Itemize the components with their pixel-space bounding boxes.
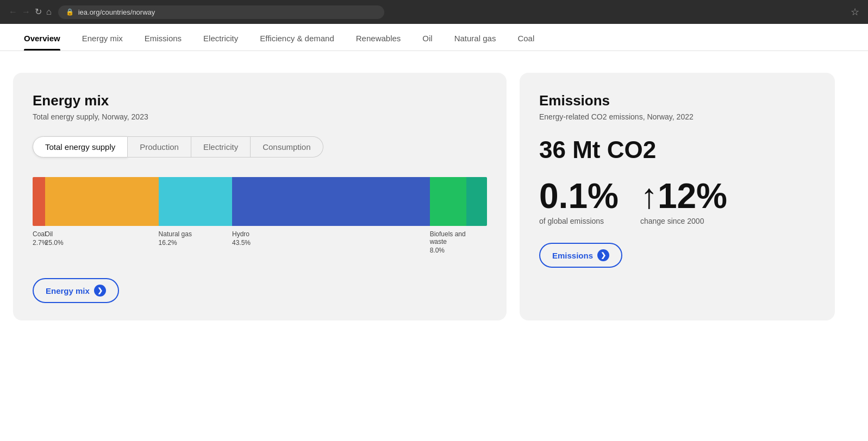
bookmark-button[interactable]: ☆ xyxy=(851,6,859,18)
tab-oil[interactable]: Oil xyxy=(411,24,443,51)
emissions-global-pct-label: of global emissions xyxy=(539,217,619,225)
energy-mix-subtitle: Total energy supply, Norway, 2023 xyxy=(33,112,487,121)
browser-nav-buttons: ← → ↻ ⌂ xyxy=(9,8,52,16)
energy-mix-link-label: Energy mix xyxy=(46,286,90,295)
bar-label-oil: Oil25.0% xyxy=(45,230,159,254)
bar-label-biofuels: Biofuels and waste8.0% xyxy=(430,230,466,254)
emissions-subtitle: Energy-related CO2 emissions, Norway, 20… xyxy=(539,112,815,121)
lock-icon: 🔒 xyxy=(66,8,74,16)
emissions-card: Emissions Energy-related CO2 emissions, … xyxy=(520,73,835,320)
emissions-change: ↑12% xyxy=(640,179,727,213)
emissions-change-stat: ↑12% change since 2000 xyxy=(640,179,727,225)
emissions-link-label: Emissions xyxy=(552,251,593,260)
tab-coal[interactable]: Coal xyxy=(507,24,545,51)
bar-segment-natural-gas xyxy=(159,177,232,226)
tab-emissions[interactable]: Emissions xyxy=(134,24,192,51)
main-content: Energy mix Total energy supply, Norway, … xyxy=(0,51,848,342)
emissions-stats: 0.1% of global emissions ↑12% change sin… xyxy=(539,179,815,225)
browser-chrome: ← → ↻ ⌂ 🔒 iea.org/countries/norway ☆ xyxy=(0,0,868,24)
tab-overview[interactable]: Overview xyxy=(13,24,71,51)
emissions-global-pct-stat: 0.1% of global emissions xyxy=(539,179,619,225)
bar-row xyxy=(33,177,487,226)
energy-mix-bar-chart: Coal2.7%Oil25.0%Natural gas16.2%Hydro43.… xyxy=(33,177,487,254)
url-text: iea.org/countries/norway xyxy=(78,8,155,16)
forward-button[interactable]: → xyxy=(22,8,30,16)
bar-segment-biofuels xyxy=(430,177,466,226)
tab-electricity[interactable]: Electricity xyxy=(192,24,249,51)
card-tab-consumption[interactable]: Consumption xyxy=(251,136,323,158)
emissions-link-icon: ❯ xyxy=(597,249,609,261)
emissions-global-pct: 0.1% xyxy=(539,179,619,213)
tab-energy-mix[interactable]: Energy mix xyxy=(71,24,134,51)
bar-segment-oil xyxy=(45,177,159,226)
energy-mix-card: Energy mix Total energy supply, Norway, … xyxy=(13,73,507,320)
bar-label-coal: Coal2.7% xyxy=(33,230,45,254)
emissions-change-label: change since 2000 xyxy=(640,217,727,225)
card-tab-production[interactable]: Production xyxy=(128,136,191,158)
home-button[interactable]: ⌂ xyxy=(46,8,52,16)
card-tab-electricity[interactable]: Electricity xyxy=(191,136,251,158)
emissions-link[interactable]: Emissions ❯ xyxy=(539,243,622,268)
energy-mix-link[interactable]: Energy mix ❯ xyxy=(33,278,119,303)
bar-label-natural-gas: Natural gas16.2% xyxy=(159,230,232,254)
tab-renewables[interactable]: Renewables xyxy=(345,24,412,51)
tab-natural-gas[interactable]: Natural gas xyxy=(444,24,507,51)
bar-segment-hydro xyxy=(232,177,430,226)
tab-efficiency[interactable]: Efficiency & demand xyxy=(249,24,345,51)
energy-mix-link-icon: ❯ xyxy=(94,285,106,297)
card-tab-total[interactable]: Total energy supply xyxy=(33,136,128,158)
address-bar[interactable]: 🔒 iea.org/countries/norway xyxy=(58,5,384,19)
emissions-total: 36 Mt CO2 xyxy=(539,136,815,163)
bar-segment-other xyxy=(466,177,487,226)
energy-mix-card-tabs: Total energy supply Production Electrici… xyxy=(33,136,487,158)
emissions-title: Emissions xyxy=(539,92,815,109)
bar-segment-coal xyxy=(33,177,45,226)
energy-mix-title: Energy mix xyxy=(33,92,487,109)
nav-tabs: Overview Energy mix Emissions Electricit… xyxy=(0,24,868,51)
back-button[interactable]: ← xyxy=(9,8,17,16)
bar-labels: Coal2.7%Oil25.0%Natural gas16.2%Hydro43.… xyxy=(33,230,487,254)
refresh-button[interactable]: ↻ xyxy=(35,8,42,16)
bar-label-hydro: Hydro43.5% xyxy=(232,230,430,254)
